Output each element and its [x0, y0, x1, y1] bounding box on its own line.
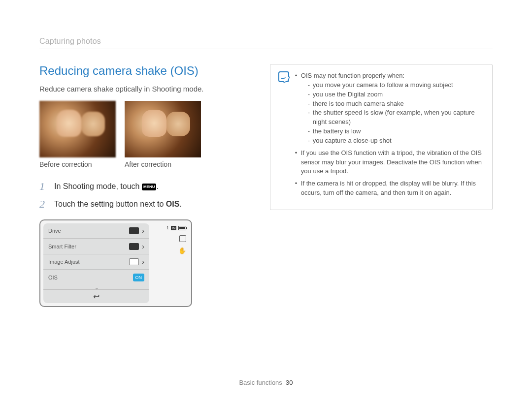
status-column: 1 IN ✋ [149, 223, 188, 303]
note-bullet-3: If the camera is hit or dropped, the dis… [295, 179, 484, 198]
menu-row-drive: Drive › [43, 223, 149, 239]
ois-hand-icon: ✋ [178, 247, 186, 254]
note-sub: there is too much camera shake [308, 99, 484, 109]
chevron-down-icon: ⌄ [43, 285, 149, 290]
drive-icon [129, 227, 139, 234]
back-button: ↩ [43, 290, 149, 303]
menu-row-image-adjust: Image Adjust › [43, 254, 149, 270]
filter-icon [129, 243, 139, 250]
chevron-right-icon: › [142, 227, 144, 235]
section-label: Capturing photos [39, 37, 493, 49]
note-sub: you capture a close-up shot [308, 136, 484, 146]
photo-after [125, 101, 201, 157]
heading: Reducing camera shake (OIS) [39, 64, 243, 78]
right-column: OIS may not function properly when: you … [270, 64, 493, 307]
step-text: Touch the setting button next to OIS. [54, 200, 182, 209]
chevron-right-icon: › [142, 258, 144, 266]
step-2: 2 Touch the setting button next to OIS. [39, 198, 243, 211]
left-column: Reducing camera shake (OIS) Reduce camer… [39, 64, 243, 307]
note-box: OIS may not function properly when: you … [270, 64, 493, 210]
page-footer: Basic functions 30 [0, 379, 532, 386]
ois-on-badge: ON [133, 274, 145, 281]
in-badge: IN [171, 226, 176, 230]
note-bullet-2: If you use the OIS function with a tripo… [295, 149, 484, 177]
photo-comparison [39, 101, 243, 157]
note-bullet-1: OIS may not function properly when: you … [295, 71, 484, 146]
caption-after: After correction [125, 160, 201, 168]
footer-section: Basic functions [239, 379, 282, 386]
step-number: 2 [39, 198, 48, 211]
note-sub: you move your camera to follow a moving … [308, 81, 484, 90]
menu-row-smart-filter: Smart Filter › [43, 239, 149, 254]
photo-before [39, 101, 116, 157]
note-list: OIS may not function properly when: you … [295, 71, 484, 201]
counter: 1 [166, 225, 169, 230]
menu-panel: Drive › Smart Filter › Image Adjust › [43, 223, 149, 303]
chevron-right-icon: › [142, 243, 144, 250]
step-text: In Shooting mode, touch MENU. [54, 182, 159, 191]
note-sub: the battery is low [308, 127, 484, 136]
camera-screen-illustration: Drive › Smart Filter › Image Adjust › [39, 219, 192, 307]
step-number: 1 [39, 180, 48, 193]
step-1: 1 In Shooting mode, touch MENU. [39, 180, 243, 193]
adjust-icon [129, 258, 139, 265]
note-icon [278, 71, 289, 82]
note-sub: you use the Digital zoom [308, 90, 484, 99]
menu-row-ois: OIS ON [43, 270, 149, 285]
menu-icon: MENU [142, 184, 157, 190]
note-sub: the shutter speed is slow (for example, … [308, 108, 484, 127]
page-number: 30 [286, 379, 293, 386]
description: Reduce camera shake optically in Shootin… [39, 85, 243, 93]
caption-before: Before correction [39, 160, 116, 168]
mode-icon [179, 235, 186, 242]
steps-list: 1 In Shooting mode, touch MENU. 2 Touch … [39, 180, 243, 211]
battery-icon [178, 226, 186, 230]
